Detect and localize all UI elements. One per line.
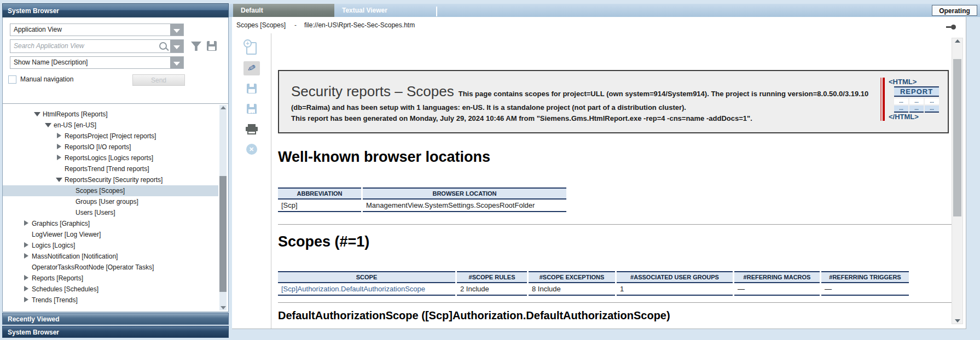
tree-item-label: ReportsIO [I/O reports]	[65, 143, 131, 151]
tree-item-logics-logics[interactable]: Logics [Logics]	[3, 240, 218, 251]
save-icon[interactable]	[243, 81, 260, 96]
application-window: System Browser Application View Search A…	[0, 0, 980, 340]
tree-item-schedules-schedules[interactable]: Schedules [Schedules]	[3, 284, 218, 295]
tree-item-scopes-scopes[interactable]: Scopes [Scopes]	[3, 185, 218, 196]
chevron-down-icon[interactable]	[170, 57, 183, 68]
save-search-icon[interactable]	[207, 41, 217, 51]
tree-item-trends-trends[interactable]: Trends [Trends]	[3, 295, 218, 306]
tree-item-reportslogics-logics-reports[interactable]: ReportsLogics [Logics reports]	[3, 153, 218, 163]
table-cell: —	[734, 283, 820, 296]
report-description: This page contains scopes for project=	[459, 90, 591, 98]
tree-item-en-us-en-us[interactable]: en-US [en-US]	[3, 120, 218, 131]
collapse-icon[interactable]	[55, 177, 65, 182]
chevron-down-icon[interactable]	[170, 24, 183, 36]
document-scrollbar-thumb[interactable]	[953, 59, 961, 216]
table-cell: 1	[617, 283, 733, 296]
tree-item-htmlreports-reports[interactable]: HtmlReports [Reports]	[3, 109, 218, 120]
expand-icon[interactable]	[22, 297, 32, 302]
column-header-referring-macros: #REFERRING MACROS	[734, 271, 820, 283]
tree-item-reportssecurity-security-reports[interactable]: ReportsSecurity [Security reports]	[3, 174, 218, 185]
tree-item-graphics-graphics[interactable]: Graphics [Graphics]	[3, 218, 218, 229]
system-browser-panel-header[interactable]: System Browser	[2, 3, 229, 17]
logo-html-close: </HTML>	[889, 113, 939, 121]
search-input[interactable]: Search Application View	[10, 39, 184, 53]
expander-spacer	[22, 231, 32, 237]
report-description: (db=Raima) and has been setup with 1 lan…	[291, 103, 686, 112]
navigation-tree: HtmlReports [Reports]en-US [en-US]Report…	[3, 103, 228, 312]
filter-icon[interactable]	[191, 42, 201, 51]
scroll-up-icon[interactable]	[221, 106, 226, 109]
expand-icon[interactable]	[22, 286, 32, 291]
tab-default[interactable]: Default	[233, 4, 334, 17]
logo-grid-cell: ...	[909, 98, 924, 104]
manual-navigation-label: Manual navigation	[20, 75, 73, 83]
tree-item-reportsproject-project-reports[interactable]: ReportsProject [Project reports]	[3, 131, 218, 142]
tree-scrollbar[interactable]	[219, 105, 227, 310]
expander-spacer	[66, 209, 76, 215]
system-browser-bar[interactable]: System Browser	[2, 326, 229, 338]
pin-icon[interactable]	[951, 25, 956, 30]
tree-item-reportstrend-trend-reports[interactable]: ReportsTrend [Trend reports]	[3, 163, 218, 174]
report-project-name: ULL	[590, 90, 604, 98]
tree-item-reports-reports[interactable]: Reports [Reports]	[3, 273, 218, 284]
breadcrumb-path: file://en-US\Rprt-Sec-Sec-Scopes.htm	[304, 21, 415, 29]
scope-link[interactable]: [Scp]Authorization.DefaultAuthorizationS…	[278, 283, 455, 296]
scroll-down-icon[interactable]	[955, 319, 960, 323]
tree-item-label: Reports [Reports]	[32, 274, 83, 282]
column-header-abbreviation: ABBREVIATION	[278, 187, 361, 200]
tree-item-label: MassNotification [Notification]	[32, 253, 118, 260]
tree-item-label: ReportsSecurity [Security reports]	[65, 176, 163, 184]
tree-item-logviewer-log-viewer[interactable]: LogViewer [Log Viewer]	[3, 229, 218, 240]
operating-button[interactable]: Operating	[932, 5, 977, 16]
breadcrumb-title: Scopes [Scopes]	[236, 21, 286, 29]
view-selector-dropdown[interactable]: Application View	[10, 24, 184, 36]
tree-item-operatortasksrootnode-operator-tasks[interactable]: OperatorTasksRootNode [Operator Tasks]	[3, 262, 218, 273]
tree-item-label: OperatorTasksRootNode [Operator Tasks]	[32, 263, 154, 271]
scope-detail-heading: DefaultAuthorizationScope ([Scp]Authoriz…	[278, 309, 966, 322]
tree-item-label: Scopes [Scopes]	[76, 187, 125, 195]
scroll-up-icon[interactable]	[955, 39, 960, 43]
expand-icon[interactable]	[22, 253, 32, 259]
expander-spacer	[66, 198, 76, 204]
expand-icon[interactable]	[55, 144, 65, 149]
expand-icon[interactable]	[55, 133, 65, 138]
expander-spacer	[66, 187, 76, 193]
search-history-dropdown-icon[interactable]	[170, 40, 183, 52]
search-placeholder: Search Application View	[14, 42, 84, 50]
tab-strip: Default Textual Viewer Operating	[229, 4, 980, 17]
section-heading-scopes: Scopes (#=1)	[278, 233, 966, 250]
tree-item-label: Groups [User groups]	[76, 198, 138, 206]
collapse-icon[interactable]	[33, 111, 43, 116]
tree-item-massnotification-notification[interactable]: MassNotification [Notification]	[3, 251, 218, 262]
print-icon[interactable]	[243, 122, 260, 136]
document-scrollbar[interactable]	[952, 38, 963, 324]
save-as-icon[interactable]: ...	[243, 102, 260, 116]
manual-navigation-checkbox[interactable]	[8, 75, 16, 84]
expand-icon[interactable]	[22, 275, 32, 280]
send-button[interactable]: Send	[132, 74, 185, 86]
column-header-scope-exceptions: #SCOPE EXCEPTIONS	[529, 271, 615, 283]
expand-icon[interactable]	[55, 155, 65, 160]
report-viewer-panel: Scopes [Scopes]-file://en-US\Rprt-Sec-Se…	[232, 17, 966, 329]
tab-textual-viewer[interactable]: Textual Viewer	[334, 4, 436, 17]
tree-item-label: ReportsTrend [Trend reports]	[65, 165, 149, 173]
logo-html-open: <HTML>	[889, 78, 939, 86]
table-cell: —	[821, 283, 909, 296]
display-mode-value: Show Name [Description]	[14, 58, 88, 66]
report-table: ABBREVIATIONBROWSER LOCATION[Scp]Managem…	[276, 187, 568, 212]
tree-scrollbar-thumb[interactable]	[219, 176, 227, 292]
expand-icon[interactable]	[22, 220, 32, 226]
recently-viewed-bar[interactable]: Recently Viewed	[2, 313, 229, 325]
expand-icon[interactable]	[22, 242, 32, 248]
tree-item-label: Trends [Trends]	[32, 296, 78, 304]
edit-pen-icon[interactable]: ✎	[243, 61, 260, 75]
tree-item-groups-user-groups[interactable]: Groups [User groups]	[3, 196, 218, 207]
collapse-icon[interactable]	[44, 122, 54, 127]
tree-item-users-users[interactable]: Users [Users]	[3, 207, 218, 218]
scroll-down-icon[interactable]	[221, 306, 226, 309]
cancel-icon[interactable]: ✕	[243, 142, 260, 156]
tree-item-reportsio-i-o-reports[interactable]: ReportsIO [I/O reports]	[3, 142, 218, 153]
view-selector-value: Application View	[14, 26, 62, 33]
add-document-icon[interactable]	[243, 41, 260, 55]
display-mode-dropdown[interactable]: Show Name [Description]	[10, 56, 184, 69]
